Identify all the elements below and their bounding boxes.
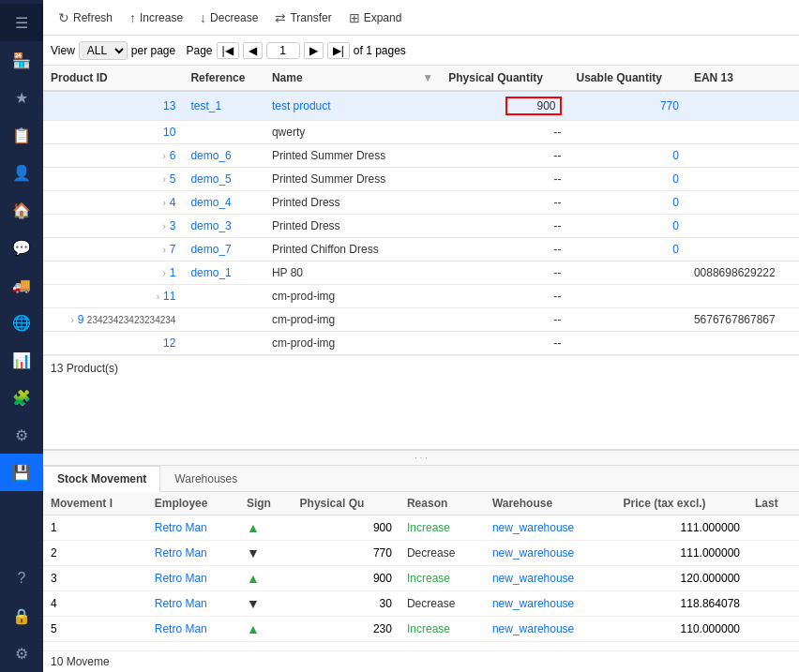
last-page-button[interactable]: ▶| <box>327 42 350 59</box>
product-id-link[interactable]: 11 <box>163 290 175 303</box>
movement-row[interactable]: 1 Retro Man ▲ 900 Increase new_warehouse… <box>43 515 799 541</box>
sign-down-icon: ▼ <box>247 545 260 560</box>
sidebar-item-international[interactable]: 🌐 <box>0 304 43 341</box>
increase-button[interactable]: ↑ Increase <box>122 7 190 29</box>
usable-qty-link[interactable]: 0 <box>672 243 679 256</box>
tab-stock-movement[interactable]: Stock Movement <box>43 466 160 492</box>
movement-row[interactable]: 2 Retro Man ▼ 770 Decrease new_warehouse… <box>43 541 799 566</box>
usable-qty-link[interactable]: 0 <box>672 149 679 162</box>
product-id-link[interactable]: 1 <box>170 266 176 279</box>
expand-arrow[interactable]: › <box>162 245 165 255</box>
sidebar-item-modules[interactable]: 🧩 <box>0 379 43 416</box>
employee-link[interactable]: Retro Man <box>155 521 207 534</box>
per-page-label: per page <box>131 44 175 57</box>
ref-link[interactable]: demo_1 <box>190 266 231 279</box>
expand-arrow[interactable]: › <box>162 151 165 161</box>
filter-icon[interactable]: ▼ <box>422 71 433 84</box>
ref-link[interactable]: demo_3 <box>190 219 231 232</box>
resize-handle[interactable]: · · · <box>43 450 799 466</box>
refresh-button[interactable]: ↻ Refresh <box>51 7 120 29</box>
table-row[interactable]: 10 qwerty -- <box>43 121 799 144</box>
table-row[interactable]: ›5 demo_5 Printed Summer Dress -- 0 <box>43 168 799 191</box>
table-row[interactable]: ›4 demo_4 Printed Dress -- 0 <box>43 191 799 215</box>
next-page-button[interactable]: ▶ <box>304 42 324 59</box>
sidebar-item-menu[interactable]: ☰ <box>0 4 43 41</box>
movement-row[interactable]: 3 Retro Man ▲ 900 Increase new_warehouse… <box>43 566 799 591</box>
table-row[interactable]: ›7 demo_7 Printed Chiffon Dress -- 0 <box>43 238 799 261</box>
expand-arrow[interactable]: › <box>157 291 159 302</box>
movement-row[interactable]: 4 Retro Man ▼ 30 Decrease new_warehouse … <box>43 591 799 617</box>
prev-page-button[interactable]: ◀ <box>243 42 263 59</box>
decrease-button[interactable]: ↓ Decrease <box>192 7 265 29</box>
product-id-link[interactable]: 3 <box>170 219 176 232</box>
ref-link[interactable]: demo_4 <box>190 196 231 209</box>
warehouse-link[interactable]: new_warehouse <box>492 546 574 560</box>
table-row[interactable]: ›6 demo_6 Printed Summer Dress -- 0 <box>43 144 799 168</box>
product-id-link[interactable]: 5 <box>170 172 176 186</box>
expand-arrow[interactable]: › <box>162 221 165 231</box>
product-id-link[interactable]: 10 <box>163 126 175 139</box>
name-link[interactable]: test product <box>272 99 331 112</box>
ref-link[interactable]: demo_7 <box>190 243 231 256</box>
employee-link[interactable]: Retro Man <box>155 546 207 560</box>
sidebar-item-stats[interactable]: 📊 <box>0 341 43 379</box>
product-id-link[interactable]: 4 <box>170 196 176 209</box>
tab-warehouses[interactable]: Warehouses <box>160 466 251 492</box>
first-page-button[interactable]: |◀ <box>217 42 239 59</box>
warehouse-link[interactable]: new_warehouse <box>492 622 574 635</box>
product-id-link[interactable]: 12 <box>163 336 175 350</box>
col-ean: EAN 13 <box>686 66 799 91</box>
transfer-button[interactable]: ⇄ Transfer <box>267 7 339 29</box>
sidebar: ☰ 🏪 ★ 📋 👤 🏠 💬 🚚 🌐 📊 🧩 ⚙ 💾 ? 🔒 ⚙ <box>0 0 43 672</box>
sidebar-item-orders[interactable]: 📋 <box>0 116 43 154</box>
employee-link[interactable]: Retro Man <box>155 597 207 610</box>
sidebar-item-home[interactable]: 🏠 <box>0 191 43 229</box>
decrease-icon: ↓ <box>200 10 206 25</box>
warehouse-link[interactable]: new_warehouse <box>492 597 574 610</box>
table-row[interactable]: ›11 cm-prod-img -- <box>43 285 799 308</box>
sidebar-item-lock[interactable]: 🔒 <box>0 597 43 635</box>
sidebar-item-config[interactable]: ⚙ <box>0 416 43 454</box>
expand-arrow[interactable]: › <box>162 268 165 278</box>
ref-link[interactable]: demo_5 <box>190 172 231 186</box>
ref-link[interactable]: demo_6 <box>190 149 231 162</box>
movement-row[interactable]: 5 Retro Man ▲ 230 Increase new_warehouse… <box>43 617 799 642</box>
sidebar-item-favorites[interactable]: ★ <box>0 79 43 116</box>
table-row[interactable]: 12 cm-prod-img -- <box>43 332 799 355</box>
expand-button[interactable]: ⊞ Expand <box>341 7 410 29</box>
product-id-link[interactable]: 9 <box>78 313 84 326</box>
expand-arrow[interactable]: › <box>70 315 73 325</box>
sidebar-item-stock[interactable]: 💾 <box>0 454 43 491</box>
sign-down-icon: ▼ <box>247 596 260 611</box>
expand-arrow[interactable]: › <box>162 174 165 185</box>
usable-qty-link[interactable]: 0 <box>672 196 679 209</box>
product-id-link[interactable]: 7 <box>170 243 176 256</box>
page-size-select[interactable]: ALL 20 50 <box>79 41 128 60</box>
sidebar-item-settings[interactable]: ⚙ <box>0 635 43 672</box>
sidebar-item-help[interactable]: ? <box>0 560 43 597</box>
employee-link[interactable]: Retro Man <box>155 622 207 635</box>
toolbar: ↻ Refresh ↑ Increase ↓ Decrease ⇄ Transf… <box>43 0 799 36</box>
warehouse-link[interactable]: new_warehouse <box>492 572 574 585</box>
col-filter[interactable]: ▼ <box>415 66 441 91</box>
usable-qty-link[interactable]: 0 <box>672 219 679 232</box>
sidebar-item-messages[interactable]: 💬 <box>0 229 43 266</box>
warehouse-link[interactable]: new_warehouse <box>492 521 574 534</box>
usable-qty-link[interactable]: 0 <box>672 172 679 186</box>
table-row[interactable]: 13 test_1 test product 900 770 <box>43 91 799 121</box>
sidebar-item-users[interactable]: 👤 <box>0 154 43 191</box>
product-id-link[interactable]: 6 <box>170 149 176 162</box>
page-number-input[interactable] <box>266 42 300 59</box>
sidebar-item-shipping[interactable]: 🚚 <box>0 266 43 304</box>
ref-link[interactable]: test_1 <box>190 99 221 112</box>
table-row[interactable]: ›9 23423423423234234 cm-prod-img -- 5676… <box>43 308 799 332</box>
table-row[interactable]: ›3 demo_3 Printed Dress -- 0 <box>43 215 799 238</box>
sidebar-item-store[interactable]: 🏪 <box>0 41 43 79</box>
expand-arrow[interactable]: › <box>162 198 165 208</box>
movement-table: Movement I Employee Sign Physical Qu Rea… <box>43 492 799 642</box>
sign-up-icon: ▲ <box>247 520 260 535</box>
table-row[interactable]: ›1 demo_1 HP 80 -- 0088698629222 <box>43 261 799 285</box>
usable-qty-link[interactable]: 770 <box>660 99 679 112</box>
product-id-link[interactable]: 13 <box>163 99 175 112</box>
employee-link[interactable]: Retro Man <box>155 572 207 585</box>
